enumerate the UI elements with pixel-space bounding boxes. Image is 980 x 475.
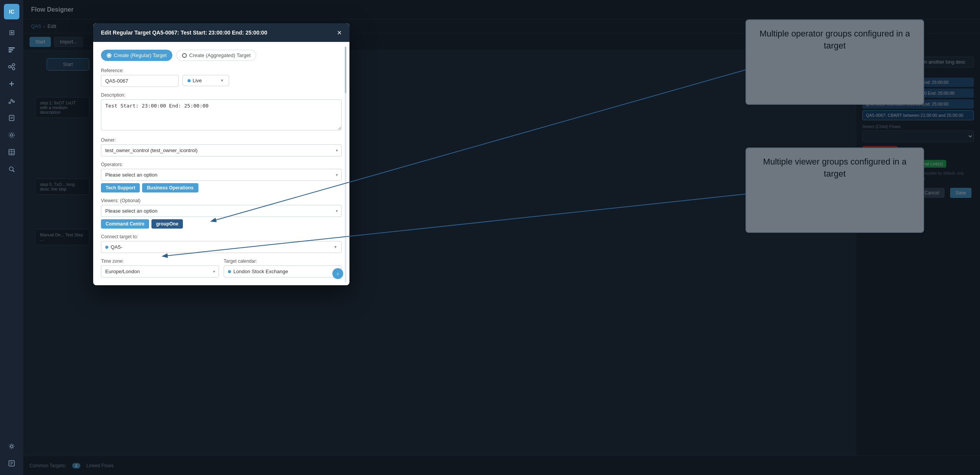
description-textarea[interactable]: Test Start: 23:00:00 End: 25:00:00 — [101, 99, 342, 130]
sidebar-item-config[interactable] — [4, 127, 19, 143]
timezone-group: Time zone: Europe/London — [101, 258, 219, 277]
timezone-select[interactable]: Europe/London — [101, 265, 219, 277]
viewer-tags: Command Centre groupOne — [101, 219, 342, 229]
calendar-label: Target calendar: — [224, 258, 342, 264]
connect-chevron: ▼ — [334, 245, 337, 249]
modal-close-button[interactable]: × — [337, 29, 342, 36]
svg-rect-15 — [9, 115, 14, 121]
calendar-value: London Stock Exchange — [233, 269, 331, 274]
owner-select[interactable]: test_owner_icontrol (test_owner_icontrol… — [101, 144, 342, 156]
viewer-tag-group-one[interactable]: groupOne — [151, 219, 183, 229]
svg-rect-0 — [9, 47, 15, 49]
radio-aggregated — [182, 53, 187, 58]
operator-tag-tech-support[interactable]: Tech Support — [101, 183, 140, 192]
svg-point-5 — [12, 68, 15, 70]
svg-point-10 — [9, 102, 10, 104]
modal-scrollbar[interactable] — [345, 47, 346, 282]
connect-input[interactable] — [111, 244, 331, 250]
sidebar-item-table[interactable] — [4, 144, 19, 160]
operator-tag-business-ops[interactable]: Business Operations — [142, 183, 198, 192]
operators-label: Operators: — [101, 162, 342, 167]
calendar-dot — [228, 270, 231, 273]
connect-group: Connect target to: ▼ — [101, 234, 342, 253]
svg-point-4 — [12, 64, 15, 66]
reference-group: Reference: Live ▼ — [101, 68, 342, 87]
viewers-select[interactable]: Please select an option — [101, 205, 342, 217]
tab-regular-label: Create (Regular) Target — [114, 52, 167, 58]
modal-scroll-thumb — [345, 47, 346, 93]
calendar-group: Target calendar: London Stock Exchange ▼ — [224, 258, 342, 277]
reference-input[interactable] — [101, 75, 179, 87]
modal-title: Edit Regular Target QA5-0067: Test Start… — [101, 29, 267, 36]
modal-expand-button[interactable]: › — [332, 268, 343, 279]
timezone-calendar-row: Time zone: Europe/London Target calendar… — [101, 258, 342, 277]
radio-regular — [107, 53, 111, 58]
modal: Edit Regular Target QA5-0067: Test Start… — [93, 23, 349, 285]
connect-input-wrapper: ▼ — [101, 241, 342, 253]
live-status: Live ▼ — [182, 75, 229, 86]
operators-select[interactable]: Please select an option — [101, 169, 342, 181]
svg-point-3 — [9, 66, 11, 68]
svg-point-12 — [13, 101, 14, 102]
sidebar-item-settings[interactable] — [4, 439, 19, 454]
svg-point-18 — [10, 134, 13, 136]
operators-group: Operators: Please select an option Tech … — [101, 162, 342, 192]
owner-label: Owner: — [101, 137, 342, 143]
sidebar-item-add[interactable] — [4, 76, 19, 92]
modal-body: Create (Regular) Target Create (Aggregat… — [93, 42, 349, 285]
tab-aggregated-target[interactable]: Create (Aggregated) Target — [176, 50, 256, 61]
sidebar: IC ⊞ — [0, 0, 23, 475]
tab-regular-target[interactable]: Create (Regular) Target — [101, 50, 172, 61]
sidebar-item-document[interactable] — [4, 110, 19, 126]
live-chevron: ▼ — [220, 78, 224, 83]
svg-line-7 — [11, 67, 12, 68]
reference-label: Reference: — [101, 68, 342, 73]
viewers-label: Viewers: (Optional) — [101, 198, 342, 203]
description-group: Description: Test Start: 23:00:00 End: 2… — [101, 92, 342, 132]
viewers-group: Viewers: (Optional) Please select an opt… — [101, 198, 342, 229]
sidebar-item-export[interactable] — [4, 456, 19, 471]
sidebar-item-routes[interactable] — [4, 42, 19, 57]
app-logo: IC — [4, 4, 19, 19]
connect-dot — [105, 246, 108, 249]
description-label: Description: — [101, 92, 342, 98]
timezone-label: Time zone: — [101, 258, 219, 264]
calendar-wrapper: London Stock Exchange ▼ — [224, 265, 342, 277]
svg-line-25 — [13, 170, 14, 172]
tab-aggregated-label: Create (Aggregated) Target — [189, 52, 250, 58]
owner-group: Owner: test_owner_icontrol (test_owner_i… — [101, 137, 342, 156]
svg-rect-2 — [9, 51, 12, 52]
svg-line-6 — [11, 65, 12, 67]
svg-point-26 — [10, 445, 13, 447]
operator-tags: Tech Support Business Operations — [101, 183, 342, 192]
live-label: Live — [193, 78, 202, 83]
sidebar-item-search[interactable] — [4, 161, 19, 177]
sidebar-item-dashboard[interactable]: ⊞ — [4, 25, 19, 40]
sidebar-item-connections[interactable] — [4, 59, 19, 75]
modal-tab-row: Create (Regular) Target Create (Aggregat… — [101, 50, 342, 61]
modal-header: Edit Regular Target QA5-0067: Test Start… — [93, 23, 349, 42]
sidebar-item-analytics[interactable] — [4, 93, 19, 109]
live-dot — [188, 79, 191, 82]
viewer-tag-command-centre[interactable]: Command Centre — [101, 219, 149, 229]
modal-overlay: Edit Regular Target QA5-0067: Test Start… — [23, 0, 980, 475]
connect-label: Connect target to: — [101, 234, 342, 239]
svg-rect-1 — [9, 49, 13, 50]
svg-point-24 — [9, 167, 13, 171]
svg-point-19 — [9, 132, 14, 138]
